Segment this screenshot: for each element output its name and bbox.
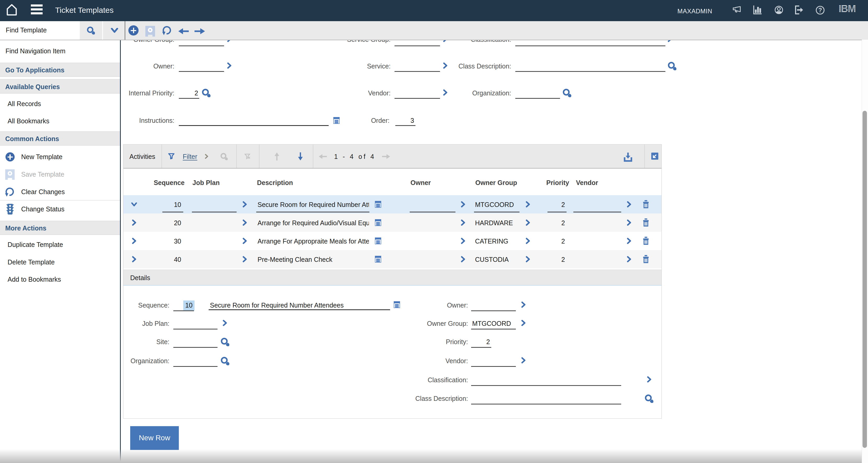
svg-text:IBM: IBM — [838, 4, 856, 13]
